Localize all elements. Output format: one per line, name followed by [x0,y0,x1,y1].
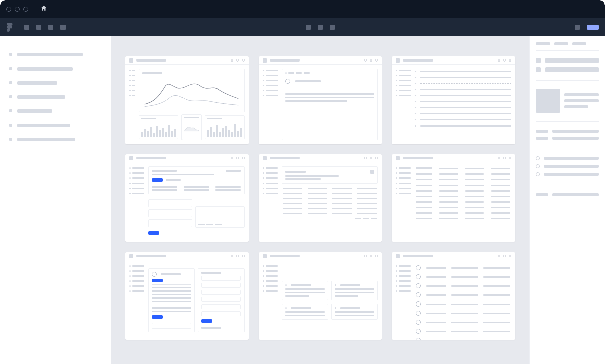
dims-section [536,130,599,140]
frame-analytics[interactable] [125,56,249,144]
page-item-6[interactable] [9,119,102,131]
avatar-icon [416,265,421,270]
action-icon [375,157,378,159]
mini-sidebar [263,69,278,140]
avatar-icon [416,329,421,334]
page-item-4[interactable] [9,91,102,103]
frame-header [259,252,382,260]
page-label [17,67,73,71]
avatar-icon [285,79,290,84]
minimize-dot[interactable] [15,7,20,12]
action-icon [503,59,506,62]
align-control[interactable] [545,67,599,72]
frame-form-tags[interactable] [125,154,249,242]
frame-profile[interactable] [125,252,249,340]
preview-thumbnail [536,89,560,113]
toolbar [0,18,605,36]
table-row [416,207,510,208]
line-chart [142,76,241,109]
table-row [416,201,510,203]
page-label [17,109,52,113]
list-row [415,125,511,127]
center-tab-1[interactable] [306,25,311,30]
home-icon[interactable] [40,5,47,14]
page-icon [9,53,12,56]
page-item-2[interactable] [9,63,102,75]
mini-bar-chart [207,122,242,137]
avatar-icon [416,311,421,316]
frame-avatar-list[interactable] [392,252,515,340]
tool-shape-icon[interactable] [48,25,53,30]
view-options-icon[interactable] [575,25,580,30]
list-panel [415,69,511,140]
frame-title [270,157,300,159]
align-control[interactable] [545,58,599,63]
frame-header [259,56,382,65]
mini-sidebar [129,69,135,140]
sidebar-toggle-icon [263,58,267,63]
tab-inspect[interactable] [572,42,586,45]
list-row [416,338,510,340]
tab-design[interactable] [536,42,550,45]
list-panel [415,264,511,336]
action-icon [509,157,511,159]
action-icon [242,157,245,159]
list-row [416,329,510,334]
radio-icon[interactable] [536,156,540,160]
maximize-dot[interactable] [23,7,28,12]
page-item-3[interactable] [9,77,102,89]
mini-sidebar [396,166,411,238]
input-field [148,199,192,207]
page-item-5[interactable] [9,105,102,117]
frame-title [136,157,166,159]
frame-detail[interactable] [259,56,382,144]
action-icon [375,59,378,62]
page-item-1[interactable] [9,48,102,60]
window-controls[interactable] [6,7,28,12]
tool-pen-icon[interactable] [60,25,66,30]
action-icon [503,255,506,257]
page-item-7[interactable] [9,133,102,145]
frame-datalist[interactable] [392,56,515,144]
avatar-icon [416,283,421,288]
figma-logo-icon[interactable] [6,23,13,32]
action-icon [370,157,372,159]
align-icon[interactable] [536,67,541,72]
design-canvas[interactable] [111,36,529,364]
action-icon [364,157,367,159]
chart-panel [139,69,245,112]
list-row [416,311,510,316]
sidebar-toggle-icon [129,254,133,258]
list-row [415,107,511,108]
align-icon[interactable] [536,58,541,63]
table-row [283,198,377,199]
profile-right [198,268,244,332]
thumbnail-section [536,89,599,113]
sidebar-toggle-icon [129,58,133,63]
mini-sidebar [129,166,144,238]
center-tab-3[interactable] [330,25,335,30]
frame-table-2[interactable] [392,154,515,242]
share-button[interactable] [587,25,599,30]
action-icon [236,255,239,257]
tag-pill [152,178,163,182]
frame-two-col[interactable] [259,252,382,340]
center-tab-2[interactable] [318,25,323,30]
list-row [416,283,510,288]
list-row [415,77,511,78]
page-label [17,53,83,56]
tool-frame-icon[interactable] [36,25,41,30]
kpi-card [182,114,202,140]
frame-title [403,157,433,159]
radio-icon[interactable] [536,164,540,168]
frame-header [259,154,382,162]
tab-prototype[interactable] [554,42,568,45]
frame-title [136,59,166,62]
sidebar-toggle-icon [396,58,400,63]
tool-move-icon[interactable] [24,25,29,30]
frame-table-1[interactable] [259,154,382,242]
sidebar-toggle-icon [263,254,267,258]
close-dot[interactable] [6,7,11,12]
radio-icon[interactable] [536,172,540,176]
card-item [331,304,378,320]
